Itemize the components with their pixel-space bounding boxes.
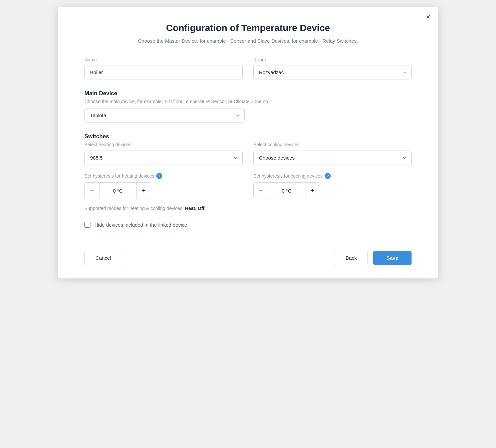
modal-title: Configuration of Temperature Device [84, 23, 412, 33]
name-label: Name [84, 57, 243, 62]
hysteresis-heating-minus-button[interactable]: − [85, 183, 99, 199]
hysteresis-cooling-group: Set hysteresis for cooling devices ? − 0… [253, 173, 412, 199]
main-device-select[interactable]: Teplota Sensor 1 Sensor 2 [84, 108, 245, 123]
close-button[interactable]: × [426, 13, 430, 21]
hysteresis-heating-stepper: − 0 °C + [84, 182, 151, 199]
cooling-devices-group: Select cooling devices Choose devices De… [253, 142, 412, 165]
main-device-group: Teplota Sensor 1 Sensor 2 [84, 108, 245, 123]
hide-devices-checkbox[interactable] [84, 222, 90, 228]
cancel-button[interactable]: Cancel [84, 251, 122, 265]
footer-right-buttons: Back Save [335, 251, 412, 265]
cooling-devices-select[interactable]: Choose devices Device C Device D [253, 151, 412, 165]
name-input[interactable] [84, 65, 243, 79]
modal-subtitle: Choose the Master Device, for example - … [84, 38, 412, 44]
hide-devices-row: Hide devices included in the linked devi… [84, 222, 412, 228]
heating-devices-group: Select heating devices 985.5 Device A De… [84, 142, 243, 165]
name-room-row: Name Room Rozvádzač Living Room Bedroom … [84, 57, 412, 79]
switches-section: Switches Select heating devices 985.5 De… [84, 133, 412, 211]
main-device-desc: Choose the main device, for example, 1-s… [84, 99, 412, 104]
hysteresis-cooling-minus-button[interactable]: − [254, 183, 268, 199]
hysteresis-cooling-label: Set hysteresis for cooling devices ? [253, 173, 412, 179]
hysteresis-row: Set hysteresis for heating devices ? − 0… [84, 173, 412, 199]
hysteresis-heating-value: 0 °C [99, 188, 136, 194]
room-select[interactable]: Rozvádzač Living Room Bedroom Kitchen [253, 65, 412, 79]
footer-buttons: Cancel Back Save [84, 251, 412, 265]
hysteresis-heating-label: Set hysteresis for heating devices ? [84, 173, 243, 179]
hide-devices-label: Hide devices included in the linked devi… [94, 222, 187, 228]
heating-devices-select[interactable]: 985.5 Device A Device B [84, 151, 243, 165]
hysteresis-cooling-stepper: − 0 °C + [253, 182, 320, 199]
name-group: Name [84, 57, 243, 79]
hysteresis-cooling-value: 0 °C [268, 188, 305, 194]
hysteresis-heating-plus-button[interactable]: + [136, 183, 151, 199]
help-heating-icon[interactable]: ? [156, 173, 162, 179]
heating-devices-label: Select heating devices [84, 142, 243, 147]
supported-modes: Supported modes for heating & cooling de… [84, 206, 412, 211]
footer-divider [84, 241, 412, 241]
room-group: Room Rozvádzač Living Room Bedroom Kitch… [253, 57, 412, 79]
switches-title: Switches [84, 133, 412, 140]
main-device-section: Main Device Choose the main device, for … [84, 90, 412, 123]
back-button[interactable]: Back [335, 251, 368, 265]
supported-modes-prefix: Supported modes for heating & cooling de… [84, 206, 185, 211]
cooling-devices-label: Select cooling devices [253, 142, 412, 147]
switches-dropdowns-row: Select heating devices 985.5 Device A De… [84, 142, 412, 165]
hysteresis-cooling-plus-button[interactable]: + [305, 183, 320, 199]
hysteresis-heating-group: Set hysteresis for heating devices ? − 0… [84, 173, 243, 199]
help-cooling-icon[interactable]: ? [325, 173, 331, 179]
room-label: Room [253, 57, 412, 62]
supported-modes-value: Heat, Off [185, 206, 204, 211]
configuration-modal: × Configuration of Temperature Device Ch… [58, 7, 438, 278]
main-device-title: Main Device [84, 90, 412, 97]
save-button[interactable]: Save [373, 251, 412, 265]
